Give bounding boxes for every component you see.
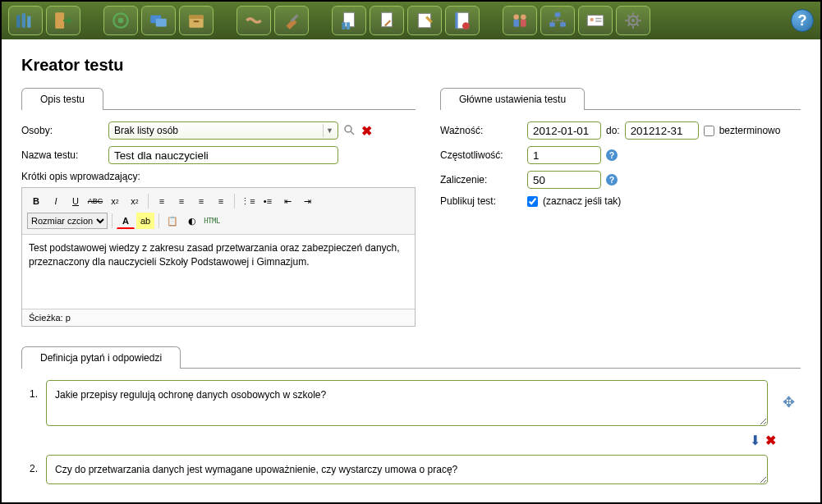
strike-icon[interactable]: ABC: [86, 193, 104, 209]
svg-point-19: [462, 22, 470, 30]
people-value: Brak listy osób: [114, 125, 178, 136]
toolbar-library-icon[interactable]: [8, 6, 43, 35]
svg-rect-1: [22, 13, 25, 27]
svg-rect-23: [521, 20, 526, 27]
svg-rect-21: [513, 20, 519, 27]
question-number: 1.: [21, 380, 38, 400]
pass-label: Zaliczenie:: [440, 174, 522, 186]
tab-settings[interactable]: Główne ustawienia testu: [440, 88, 585, 110]
info-icon[interactable]: ?: [606, 149, 618, 161]
toolbar-notebook-icon[interactable]: [445, 6, 480, 35]
main-toolbar: ?: [2, 2, 820, 39]
publish-hint: (zaznacz jeśli tak): [543, 195, 621, 207]
svg-point-22: [521, 14, 526, 20]
svg-rect-10: [194, 21, 200, 22]
highlight-icon[interactable]: ab: [136, 213, 154, 229]
svg-rect-9: [189, 16, 203, 19]
arrow-down-icon[interactable]: ⬇: [750, 433, 760, 448]
svg-point-28: [590, 18, 594, 21]
toolbar-doc-library-icon[interactable]: [332, 6, 366, 35]
svg-point-5: [118, 18, 124, 24]
test-name-input[interactable]: [108, 146, 338, 164]
svg-rect-14: [347, 22, 350, 30]
intro-label: Krótki opis wprowadzający:: [21, 171, 416, 182]
svg-rect-7: [156, 19, 167, 27]
question-text-input[interactable]: Czy do przetwarzania danych jest wymagan…: [46, 455, 768, 484]
toolbar-exit-icon[interactable]: [46, 6, 80, 35]
page-title: Kreator testu: [21, 56, 801, 75]
move-icon[interactable]: ✥: [783, 393, 795, 411]
bold-icon[interactable]: B: [27, 193, 45, 209]
date-from-input[interactable]: [527, 121, 601, 140]
paste-icon[interactable]: 📋: [163, 213, 181, 229]
align-center-icon[interactable]: ≡: [172, 193, 191, 209]
pass-input[interactable]: [527, 171, 601, 189]
date-to-input[interactable]: [625, 121, 699, 140]
people-label: Osoby:: [21, 125, 103, 136]
font-size-select[interactable]: Rozmiar czcion: [27, 213, 108, 229]
html-source-icon[interactable]: HTML: [203, 213, 221, 229]
align-right-icon[interactable]: ≡: [192, 193, 210, 209]
svg-rect-2: [27, 16, 30, 28]
svg-rect-13: [342, 22, 345, 30]
question-number: 2.: [21, 455, 38, 474]
name-label: Nazwa testu:: [21, 149, 103, 161]
text-color-icon[interactable]: A: [117, 213, 135, 229]
svg-rect-25: [549, 22, 555, 26]
delete-question-icon[interactable]: ✖: [765, 433, 776, 448]
indent-icon[interactable]: ⇥: [298, 193, 316, 209]
frequency-label: Częstotliwość:: [440, 149, 522, 161]
svg-rect-30: [595, 21, 602, 22]
info-icon[interactable]: ?: [606, 174, 618, 186]
toolbar-card-icon[interactable]: [578, 6, 613, 35]
tab-questions[interactable]: Definicja pytań i odpowiedzi: [21, 346, 181, 369]
list-bullet-icon[interactable]: •≡: [259, 193, 277, 209]
toolbar-orgchart-icon[interactable]: [540, 6, 575, 35]
toolbar-tools-icon[interactable]: [274, 6, 309, 35]
toolbar-handshake-icon[interactable]: [236, 6, 271, 35]
tab-description[interactable]: Opis testu: [21, 88, 103, 110]
unlimited-checkbox[interactable]: [704, 126, 714, 136]
people-combo[interactable]: Brak listy osób ▼: [108, 121, 338, 140]
validity-label: Ważność:: [440, 125, 522, 136]
chevron-down-icon: ▼: [323, 124, 336, 137]
svg-rect-26: [560, 22, 566, 26]
superscript-icon[interactable]: x2: [126, 193, 144, 209]
svg-rect-24: [555, 12, 561, 16]
toolbar-users-icon[interactable]: [503, 6, 537, 35]
question-text-input[interactable]: Jakie przepisy regulują ochronę danych o…: [46, 380, 768, 426]
svg-rect-0: [16, 16, 20, 28]
editor-path: Ścieżka: p: [22, 309, 415, 326]
toolbar-gear-icon[interactable]: [616, 6, 650, 35]
align-left-icon[interactable]: ≡: [153, 193, 171, 209]
svg-point-20: [513, 14, 519, 20]
toolbar-doc-edit-icon[interactable]: [407, 6, 442, 35]
erase-icon[interactable]: ◐: [183, 213, 201, 229]
toolbar-target-icon[interactable]: [103, 6, 138, 35]
publish-label: Publikuj test:: [440, 195, 522, 207]
svg-rect-29: [595, 18, 602, 20]
list-numbered-icon[interactable]: ⋮≡: [239, 193, 257, 209]
search-icon[interactable]: [343, 124, 356, 137]
editor-content[interactable]: Test podstawowej wiedzy z zakresu zasad …: [22, 235, 415, 309]
subscript-icon[interactable]: x2: [106, 193, 124, 209]
rich-text-editor: B I U ABC x2 x2 ≡ ≡ ≡ ≡ ⋮≡ •≡: [21, 187, 416, 327]
frequency-input[interactable]: [527, 146, 601, 164]
toolbar-screens-icon[interactable]: [141, 6, 176, 35]
svg-point-33: [345, 126, 351, 132]
toolbar-archive-icon[interactable]: [179, 6, 214, 35]
outdent-icon[interactable]: ⇤: [278, 193, 296, 209]
svg-rect-18: [455, 12, 457, 29]
toolbar-doc-tools-icon[interactable]: [370, 6, 404, 35]
svg-rect-3: [55, 12, 64, 29]
date-to-label: do:: [606, 125, 620, 136]
italic-icon[interactable]: I: [47, 193, 65, 209]
underline-icon[interactable]: U: [67, 193, 85, 209]
help-button[interactable]: ?: [791, 9, 814, 32]
svg-point-32: [631, 19, 635, 22]
align-justify-icon[interactable]: ≡: [212, 193, 230, 209]
clear-people-icon[interactable]: ✖: [361, 123, 372, 139]
unlimited-label: bezterminowo: [719, 125, 781, 136]
publish-checkbox[interactable]: [527, 196, 538, 207]
